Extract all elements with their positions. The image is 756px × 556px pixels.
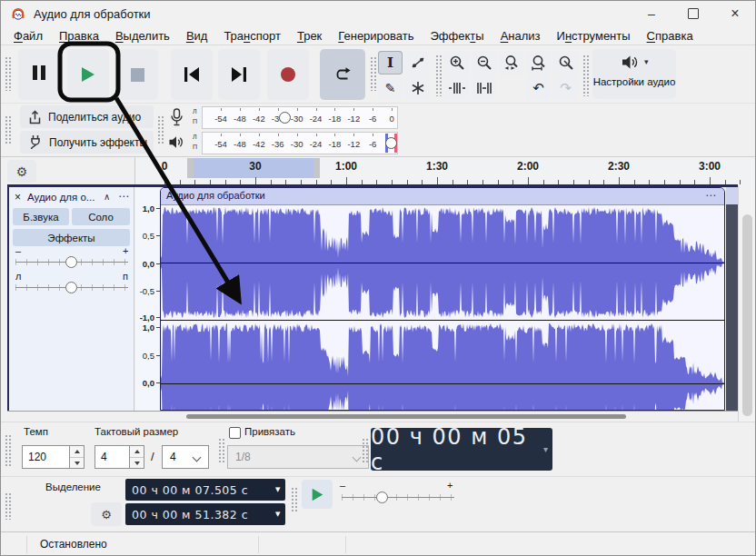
loop-region-start-handle[interactable] [187, 158, 194, 178]
ruler-tick [482, 180, 483, 184]
time-display[interactable]: 00 ч 00 м 05 с ▾ [371, 428, 552, 471]
menu-item-2[interactable]: Правка [51, 27, 107, 45]
fit-selection-button[interactable] [499, 51, 523, 74]
fit-project-button[interactable] [526, 51, 551, 74]
timesig-upper-input[interactable]: 4 [94, 445, 130, 469]
clip-header[interactable]: Аудио для обработки ⋯ [161, 188, 724, 205]
menu-item-4[interactable]: Вид [178, 27, 216, 45]
vertical-scrollbar[interactable] [738, 185, 756, 422]
menu-item-8[interactable]: Эффекты [423, 27, 492, 45]
play-at-speed-grip[interactable] [291, 487, 297, 512]
stop-button[interactable] [116, 49, 158, 100]
dropdown-icon[interactable]: ▼ [275, 486, 281, 493]
zoom-in-button[interactable] [444, 51, 469, 74]
clip-menu-icon[interactable]: ⋯ [705, 189, 717, 202]
play-at-speed-button[interactable] [302, 480, 333, 509]
play-icon [80, 66, 96, 83]
snap-interval-select[interactable]: 1/8 [227, 445, 369, 469]
play-button[interactable] [67, 49, 109, 100]
tools-toolbar-grip[interactable] [435, 55, 442, 96]
menu-item-1[interactable]: Файл [5, 27, 51, 45]
meter-toolbar-grip[interactable] [157, 115, 164, 144]
loop-button[interactable] [320, 49, 365, 100]
selection-end-field[interactable]: 00 ч 00 м 51.382 с ▼ [125, 503, 285, 525]
menu-item-11[interactable]: Справка [639, 27, 701, 45]
record-volume-slider[interactable] [279, 112, 291, 124]
transport-toolbar-end-grip[interactable] [370, 56, 376, 91]
track-close-icon[interactable]: × [15, 191, 21, 204]
dropdown-icon[interactable]: ▼ [275, 511, 281, 518]
menu-item-9[interactable]: Анализ [492, 27, 549, 45]
waveform-channel-2[interactable] [161, 321, 724, 411]
snap-checkbox[interactable] [229, 427, 241, 439]
maximize-button[interactable] [672, 0, 714, 27]
time-signature-toolbar-grip[interactable] [5, 434, 11, 467]
trim-audio-button[interactable] [444, 76, 469, 100]
track-collapse-icon[interactable]: ∧ [104, 192, 110, 202]
menu-item-5[interactable]: Транспорт [215, 27, 289, 45]
vertical-scale-ruler[interactable]: 1,00,50,0-0,5-1,01,00,50,0 [135, 187, 160, 411]
multi-tool-button[interactable] [405, 76, 430, 100]
menu-item-6[interactable]: Трек [289, 27, 330, 45]
vertical-scrollbar-thumb[interactable] [742, 214, 752, 416]
timesig-spinner[interactable] [130, 445, 144, 469]
selection-tool-button[interactable]: I [378, 51, 403, 74]
speaker-icon [621, 55, 641, 70]
record-meter[interactable]: -54-48-42-36-30-24-18-12-60 [202, 106, 398, 129]
tempo-spinner[interactable] [70, 445, 85, 469]
pan-slider[interactable] [65, 282, 77, 293]
gain-slider[interactable] [65, 256, 77, 268]
share-audio-button[interactable]: Поделиться аудио [20, 105, 154, 128]
envelope-tool-button[interactable] [405, 51, 430, 74]
zoom-out-button[interactable] [472, 51, 496, 74]
redo-button[interactable]: ↷ [553, 76, 578, 100]
share-toolbar-grip[interactable] [5, 115, 11, 144]
record-meter-right-label: П [193, 118, 197, 124]
horizontal-scrollbar-thumb[interactable] [186, 414, 626, 419]
playback-volume-slider[interactable] [385, 137, 397, 149]
track-menu-icon[interactable]: ⋯ [118, 190, 130, 203]
meter-tick [316, 108, 317, 111]
undo-button[interactable]: ↶ [526, 76, 551, 100]
tempo-input[interactable]: 120 [22, 445, 70, 469]
time-toolbar-grip[interactable] [362, 438, 368, 463]
audio-setup-grip[interactable] [582, 55, 589, 96]
audio-clip[interactable]: Аудио для обработки ⋯ [160, 187, 725, 411]
draw-tool-button[interactable]: ✎ [378, 76, 403, 100]
timesig-lower-select[interactable]: 4 [162, 445, 209, 469]
meter-tick [392, 108, 393, 111]
mute-button[interactable]: Б.звука [13, 208, 69, 225]
selection-toolbar-grip[interactable] [5, 492, 11, 520]
audio-setup-button[interactable]: ▾ Настройки аудио [592, 49, 676, 99]
timeline-ruler[interactable]: 0301:001:302:002:303:00 [134, 157, 756, 185]
menu-item-7[interactable]: Генерировать [330, 27, 422, 45]
timeline-options-button[interactable]: ⚙ [7, 160, 36, 183]
time-format-caret-icon[interactable]: ▾ [543, 444, 548, 454]
record-button[interactable] [267, 49, 309, 100]
speed-slider[interactable] [376, 491, 388, 503]
close-button[interactable]: × [714, 0, 756, 27]
channel-2-zero-line [161, 383, 724, 384]
zoom-toggle-button[interactable] [553, 51, 578, 74]
effects-button[interactable]: Эффекты [13, 229, 130, 246]
pan-left-label: л [15, 271, 21, 282]
mute-label: Б.звука [23, 212, 58, 223]
selection-options-button[interactable]: ⚙ [91, 502, 122, 526]
solo-button[interactable]: Соло [72, 208, 130, 225]
track-title[interactable]: Аудио для о... [27, 192, 94, 203]
skip-to-end-button[interactable] [218, 49, 260, 100]
playback-meter[interactable]: -54-48-42-36-30-24-18-12-6 [202, 132, 398, 154]
selection-start-field[interactable]: 00 ч 00 м 07.505 с ▼ [125, 479, 285, 501]
menu-item-3[interactable]: Выделить [107, 27, 178, 45]
pause-button[interactable] [18, 49, 60, 100]
play-at-speed-icon [311, 488, 324, 501]
loop-region-end-handle[interactable] [313, 158, 320, 178]
menu-item-10[interactable]: Инструменты [549, 27, 639, 45]
snap-toolbar-grip[interactable] [218, 438, 224, 463]
transport-toolbar-grip[interactable] [5, 56, 11, 91]
skip-to-start-button[interactable] [171, 49, 213, 100]
get-effects-button[interactable]: Получить эффекты [20, 131, 154, 154]
minimize-button[interactable]: – [631, 0, 672, 27]
playback-meter-left-label: Л [193, 134, 197, 140]
silence-audio-button[interactable] [472, 76, 496, 100]
